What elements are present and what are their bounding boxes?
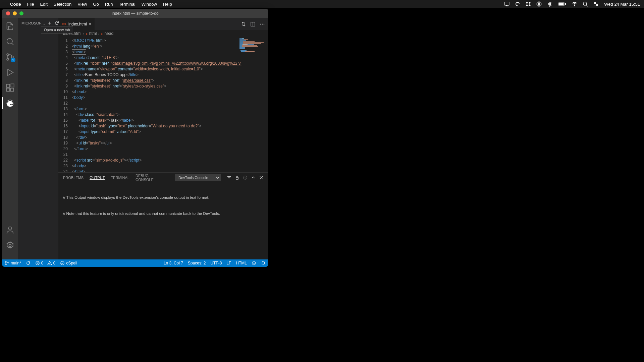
menu-window[interactable]: Window xyxy=(142,2,157,7)
svg-point-22 xyxy=(262,23,263,24)
battery-icon[interactable] xyxy=(558,1,567,7)
svg-point-18 xyxy=(8,227,11,230)
svg-point-7 xyxy=(594,2,596,4)
output-channel-select[interactable]: DevTools Console xyxy=(175,174,221,181)
compare-changes-icon[interactable] xyxy=(241,21,246,27)
search-icon[interactable] xyxy=(5,37,15,46)
output-content[interactable]: // This Output window displays the DevTo… xyxy=(58,183,268,259)
svg-rect-15 xyxy=(10,88,13,91)
svg-point-5 xyxy=(574,5,575,6)
problems-item[interactable]: 0 0 xyxy=(35,261,56,265)
dropbox-icon[interactable] xyxy=(526,1,531,7)
breadcrumb-head[interactable]: head xyxy=(104,31,113,36)
svg-point-9 xyxy=(7,39,12,44)
datetime[interactable]: Wed 24 Mar 15:51 xyxy=(604,2,640,7)
control-center-icon[interactable] xyxy=(593,1,599,7)
tooltip: Open a new tab xyxy=(41,26,73,34)
menu-selection[interactable]: Selection xyxy=(54,2,71,7)
svg-rect-14 xyxy=(7,88,10,91)
svg-rect-16 xyxy=(11,84,14,87)
source-control-icon[interactable]: 1 xyxy=(5,52,15,62)
close-window-button[interactable] xyxy=(6,11,10,15)
extensions-icon[interactable] xyxy=(5,83,15,93)
panel-tab-problems[interactable]: PROBLEMS xyxy=(63,176,84,180)
code-editor[interactable]: 123456789101112131415161718192021222324 … xyxy=(58,37,268,172)
svg-point-19 xyxy=(9,244,11,247)
accounts-icon[interactable] xyxy=(5,225,15,235)
breadcrumb-html[interactable]: html xyxy=(89,31,97,36)
svg-point-31 xyxy=(252,261,256,265)
menu-go[interactable]: Go xyxy=(93,2,99,7)
eol[interactable]: LF xyxy=(226,261,231,265)
sync-item[interactable] xyxy=(26,261,31,265)
branch-item[interactable]: main* xyxy=(5,261,21,265)
more-actions-icon[interactable] xyxy=(260,21,265,27)
new-tab-icon[interactable] xyxy=(47,21,52,25)
svg-point-23 xyxy=(264,23,265,24)
window-titlebar: index.html — simple-to-do xyxy=(2,9,268,18)
wifi-icon[interactable] xyxy=(572,1,577,7)
close-tab-icon[interactable]: × xyxy=(89,21,92,26)
svg-point-21 xyxy=(260,23,261,24)
code-area[interactable]: <!DOCTYPE html><html lang="en"><head> <m… xyxy=(72,37,268,172)
refresh-icon[interactable] xyxy=(54,21,59,25)
svg-point-10 xyxy=(7,54,9,56)
panel-tab-debug-console[interactable]: DEBUG CONSOLE xyxy=(136,174,163,182)
svg-rect-24 xyxy=(236,177,238,179)
close-panel-icon[interactable] xyxy=(259,175,264,180)
notifications-icon[interactable] xyxy=(261,261,266,265)
editor-group: <> index.html × index.html › ⬥ html › ⬥ … xyxy=(58,18,268,259)
bluetooth-icon[interactable] xyxy=(547,1,552,7)
side-panel: MICROSOF… Open a new tab xyxy=(18,18,58,259)
split-editor-icon[interactable] xyxy=(250,21,256,27)
html-file-icon: <> xyxy=(62,22,66,26)
menu-view[interactable]: View xyxy=(77,2,87,7)
filter-icon[interactable] xyxy=(227,175,231,180)
editor-tab-bar: <> index.html × xyxy=(58,18,268,30)
panel-tab-terminal[interactable]: TERMINAL xyxy=(111,176,129,180)
minimize-window-button[interactable] xyxy=(13,11,17,15)
menu-help[interactable]: Help xyxy=(163,2,172,7)
source-control-badge: 1 xyxy=(11,58,15,62)
svg-point-8 xyxy=(596,4,598,6)
svg-rect-13 xyxy=(7,84,10,87)
breadcrumb[interactable]: index.html › ⬥ html › ⬥ head xyxy=(58,30,268,37)
svg-point-26 xyxy=(5,261,7,263)
menu-file[interactable]: File xyxy=(27,2,34,7)
spotlight-icon[interactable] xyxy=(583,1,588,7)
feedback-icon[interactable] xyxy=(252,261,256,265)
clear-output-icon[interactable] xyxy=(243,175,248,180)
bottom-panel: PROBLEMS OUTPUT TERMINAL DEBUG CONSOLE D… xyxy=(58,172,268,259)
window-title: index.html — simple-to-do xyxy=(112,11,158,16)
status-bar: main* 0 0 cSpell Ln 3, Col 7 Spaces: 2 U… xyxy=(2,259,268,267)
side-panel-title: MICROSOF… xyxy=(21,21,45,25)
indentation[interactable]: Spaces: 2 xyxy=(188,261,206,265)
minimap[interactable] xyxy=(239,38,266,55)
output-line: // This Output window displays the DevTo… xyxy=(63,195,264,200)
app-name[interactable]: Code xyxy=(10,2,21,7)
svg-rect-3 xyxy=(565,3,566,5)
settings-gear-icon[interactable] xyxy=(5,241,15,250)
lock-scroll-icon[interactable] xyxy=(235,175,239,180)
panel-tab-output[interactable]: OUTPUT xyxy=(90,176,105,180)
screen-mirror-icon[interactable] xyxy=(504,1,509,7)
menu-terminal[interactable]: Terminal xyxy=(119,2,136,7)
svg-rect-4 xyxy=(559,3,564,5)
cursor-position[interactable]: Ln 3, Col 7 xyxy=(164,261,183,265)
expand-panel-icon[interactable] xyxy=(251,175,256,180)
menu-edit[interactable]: Edit xyxy=(40,2,47,7)
globe-icon[interactable] xyxy=(536,1,542,7)
maximize-window-button[interactable] xyxy=(19,11,23,15)
line-gutter: 123456789101112131415161718192021222324 xyxy=(58,37,72,172)
explorer-icon[interactable] xyxy=(5,21,15,31)
run-debug-icon[interactable] xyxy=(5,68,15,77)
menu-run[interactable]: Run xyxy=(105,2,113,7)
encoding[interactable]: UTF-8 xyxy=(210,261,222,265)
vscode-window: index.html — simple-to-do 1 MICROSOF… xyxy=(2,9,268,267)
svg-point-30 xyxy=(61,261,64,265)
cspell-item[interactable]: cSpell xyxy=(60,261,77,265)
edge-devtools-icon[interactable] xyxy=(5,99,15,108)
sync-icon[interactable] xyxy=(515,1,520,7)
language-mode[interactable]: HTML xyxy=(236,261,247,265)
output-line: // Note that this feature is only unidir… xyxy=(63,211,264,216)
